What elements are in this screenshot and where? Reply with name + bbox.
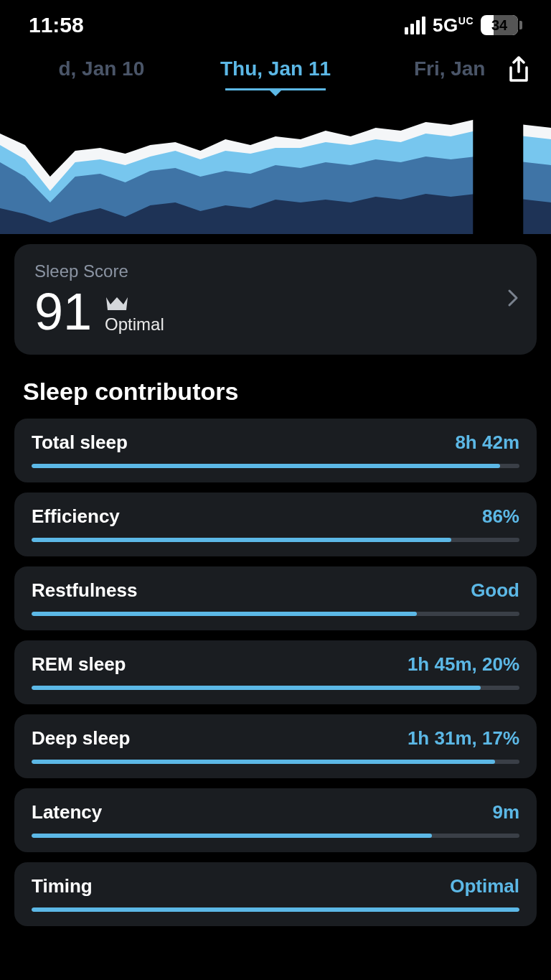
status-time: 11:58 (29, 13, 84, 37)
progress-fill (32, 686, 481, 690)
contributor-value: 86% (482, 505, 519, 528)
tab-prev-day[interactable]: d, Jan 10 (14, 57, 189, 80)
progress-fill (32, 907, 519, 912)
progress-track (32, 834, 519, 838)
progress-fill (32, 760, 495, 764)
contributor-label: Timing (32, 875, 93, 897)
progress-track (32, 612, 519, 616)
sleep-score-value: 91 (34, 286, 92, 337)
contributor-row[interactable]: Total sleep 8h 42m (14, 419, 537, 482)
contributor-row[interactable]: Deep sleep 1h 31m, 17% (14, 714, 537, 778)
contributor-label: Deep sleep (32, 727, 130, 750)
svg-rect-0 (473, 90, 523, 234)
contributor-label: Efficiency (32, 505, 120, 528)
contributor-value: Optimal (450, 875, 519, 897)
contributor-row[interactable]: Efficiency 86% (14, 493, 537, 556)
contributor-label: REM sleep (32, 653, 126, 676)
contributor-value: Good (471, 579, 519, 602)
share-button[interactable] (507, 56, 531, 86)
progress-track (32, 686, 519, 690)
battery-icon: 34 (481, 15, 522, 35)
contributor-row[interactable]: Timing Optimal (14, 862, 537, 926)
sleep-score-card[interactable]: Sleep Score 91 Optimal (14, 244, 537, 355)
progress-fill (32, 834, 432, 838)
progress-track (32, 907, 519, 912)
contributor-value: 1h 31m, 17% (408, 727, 519, 750)
section-title-contributors: Sleep contributors (0, 355, 551, 419)
contributor-label: Restfulness (32, 579, 137, 602)
contributor-row[interactable]: REM sleep 1h 45m, 20% (14, 640, 537, 704)
status-bar: 11:58 5G UC 34 (0, 0, 551, 43)
signal-icon (405, 17, 425, 34)
chevron-right-icon (507, 288, 519, 311)
progress-track (32, 464, 519, 468)
tab-current-day[interactable]: Thu, Jan 11 (189, 57, 363, 80)
contributor-value: 9m (492, 801, 519, 823)
progress-track (32, 538, 519, 542)
crown-icon (105, 294, 129, 312)
sleep-score-label: Sleep Score (34, 261, 517, 281)
progress-track (32, 760, 519, 764)
contributor-value: 1h 45m, 20% (408, 653, 519, 676)
contributors-list: Total sleep 8h 42m Efficiency 86% Restfu… (0, 419, 551, 926)
sleep-stages-chart (0, 90, 551, 234)
progress-fill (32, 538, 451, 542)
date-tabs: d, Jan 10 Thu, Jan 11 Fri, Jan (0, 43, 551, 90)
progress-fill (32, 464, 500, 468)
contributor-row[interactable]: Restfulness Good (14, 566, 537, 630)
status-right: 5G UC 34 (405, 14, 522, 37)
contributor-row[interactable]: Latency 9m (14, 788, 537, 852)
contributor-value: 8h 42m (455, 431, 519, 454)
contributor-label: Total sleep (32, 431, 128, 454)
progress-fill (32, 612, 417, 616)
network-label: 5G UC (433, 14, 474, 37)
contributor-label: Latency (32, 801, 102, 823)
sleep-score-status: Optimal (105, 314, 164, 335)
